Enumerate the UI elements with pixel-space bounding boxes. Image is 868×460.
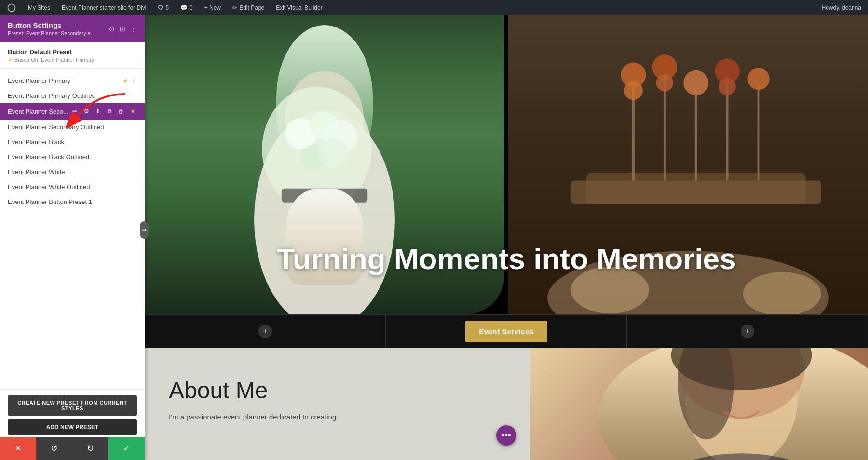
preset-item-ep-white-outlined[interactable]: Event Planner White Outlined	[0, 179, 145, 194]
preset-item-ep-white[interactable]: Event Planner White	[0, 164, 145, 179]
user-menu-btn[interactable]: Howdy, deanna	[819, 0, 865, 15]
preset-star-icon[interactable]: ★	[128, 107, 137, 116]
default-preset-title: Button Default Preset	[8, 48, 137, 55]
bubble-icon: 🗨	[158, 4, 163, 11]
cta-section-left: +	[145, 314, 386, 348]
hero-text: Turning Moments into Memories	[145, 242, 868, 276]
preset-star-ep-primary: ★	[122, 77, 128, 84]
svg-point-29	[743, 272, 821, 314]
svg-point-19	[656, 74, 674, 92]
svg-point-21	[683, 70, 708, 95]
undo-icon: ↺	[51, 443, 58, 454]
default-preset-subtitle: ★ Based On: Event Planner Primary	[8, 56, 137, 63]
exit-builder-btn[interactable]: Exit Visual Builder	[273, 0, 326, 15]
hero-section: Turning Moments into Memories	[145, 15, 868, 314]
fab-dots-icon: •••	[502, 431, 511, 441]
site-name-btn[interactable]: Event Planner starter site for Divi	[59, 0, 149, 15]
panel-more-icon[interactable]: ⋮	[130, 25, 137, 33]
preset-dots-ep-primary[interactable]: ⋮	[130, 77, 137, 84]
svg-point-16	[624, 81, 643, 100]
preset-buttons-section: CREATE NEW PRESET FROM CURRENT STYLES AD…	[0, 389, 145, 441]
comment-count-btn[interactable]: 🗨 5	[155, 0, 172, 15]
website-preview: Turning Moments into Memories + Event Se…	[145, 15, 868, 460]
hero-title: Turning Moments into Memories	[145, 242, 868, 276]
cta-bar: + Event Services +	[145, 314, 868, 348]
panel-header: Button Settings Preset: Event Planner Se…	[0, 15, 145, 42]
preset-item-ep-secondary[interactable]: Event Planner Seco... ✏ ⚙ ⬆ ⧉ 🗑 ★	[0, 103, 145, 120]
close-icon: ✕	[14, 443, 22, 454]
svg-point-34	[636, 453, 847, 460]
svg-rect-11	[282, 189, 367, 203]
my-sites-btn[interactable]: My Sites	[25, 0, 53, 15]
redo-icon: ↻	[87, 443, 94, 454]
preset-item-ep-primary-outlined[interactable]: Event Planner Primary Outlined	[0, 88, 145, 103]
close-button[interactable]: ✕	[0, 437, 36, 460]
about-text: I'm a passionate event planner dedicated…	[169, 411, 506, 423]
svg-point-7	[319, 138, 349, 168]
panel-header-info: Button Settings Preset: Event Planner Se…	[8, 21, 91, 37]
preset-item-ep-secondary-outlined[interactable]: Event Planner Secondary Outlined	[0, 120, 145, 135]
svg-point-26	[747, 68, 769, 90]
about-text-column: About Me I'm a passionate event planner …	[145, 348, 530, 460]
preset-settings-icon[interactable]: ⚙	[82, 107, 91, 116]
preset-item-ep-black[interactable]: Event Planner Black	[0, 135, 145, 149]
panel-grid-icon[interactable]: ⊞	[120, 25, 125, 33]
edit-icon: ✏	[232, 4, 237, 11]
preset-upload-icon[interactable]: ⬆	[94, 107, 102, 116]
about-section: About Me I'm a passionate event planner …	[145, 348, 868, 460]
panel-title: Button Settings	[8, 21, 91, 29]
admin-bar: My Sites Event Planner starter site for …	[0, 0, 868, 15]
panel-resize-handle[interactable]: ⇔	[140, 221, 149, 239]
event-services-button[interactable]: Event Services	[465, 321, 547, 342]
preset-item-ep-black-outlined[interactable]: Event Planner Black Outlined	[0, 149, 145, 164]
svg-point-24	[719, 78, 736, 95]
star-icon: ★	[8, 56, 13, 63]
edit-page-btn[interactable]: ✏ Edit Page	[230, 0, 267, 15]
panel-settings-icon[interactable]: ⊙	[109, 25, 115, 33]
default-preset-section: Button Default Preset ★ Based On: Event …	[0, 42, 145, 69]
about-title: About Me	[169, 377, 506, 404]
comment-icon: 💬	[180, 4, 188, 11]
create-preset-button[interactable]: CREATE NEW PRESET FROM CURRENT STYLES	[8, 395, 137, 416]
button-settings-panel: Button Settings Preset: Event Planner Se…	[0, 15, 145, 460]
preset-copy-icon[interactable]: ⧉	[105, 107, 114, 116]
new-page-btn[interactable]: + New	[202, 0, 224, 15]
add-module-right-btn[interactable]: +	[741, 325, 754, 338]
preset-actions-ep-secondary: ✏ ⚙ ⬆ ⧉ 🗑 ★	[70, 107, 137, 116]
preset-list: Event Planner Primary ★ ⋮ Event Planner …	[0, 69, 145, 389]
redo-button[interactable]: ↻	[72, 437, 108, 460]
fab-button[interactable]: •••	[496, 425, 516, 446]
save-button[interactable]: ✓	[108, 437, 145, 460]
about-image-column	[530, 348, 868, 460]
panel-header-icons: ⊙ ⊞ ⋮	[109, 25, 137, 33]
preset-selector[interactable]: Preset: Event Planner Secondary ▾	[8, 30, 91, 37]
cta-section-right: +	[627, 314, 868, 348]
preset-item-ep-primary[interactable]: Event Planner Primary ★ ⋮	[0, 73, 145, 88]
undo-button[interactable]: ↺	[36, 437, 72, 460]
add-module-left-btn[interactable]: +	[258, 325, 272, 338]
save-icon: ✓	[123, 443, 130, 454]
wp-logo-btn[interactable]	[4, 0, 19, 15]
cta-section-center: Event Services	[386, 314, 627, 348]
preview-canvas: Turning Moments into Memories + Event Se…	[145, 15, 868, 460]
preset-edit-icon[interactable]: ✏	[70, 107, 79, 116]
comment-zero-btn[interactable]: 💬 0	[177, 0, 196, 15]
svg-rect-13	[571, 180, 821, 204]
preset-delete-icon[interactable]: 🗑	[117, 107, 125, 116]
add-preset-button[interactable]: ADD NEW PRESET	[8, 419, 137, 435]
preset-item-ep-button-preset-1[interactable]: Event Planner Button Preset 1	[0, 194, 145, 209]
bottom-toolbar: ✕ ↺ ↻ ✓	[0, 437, 145, 460]
